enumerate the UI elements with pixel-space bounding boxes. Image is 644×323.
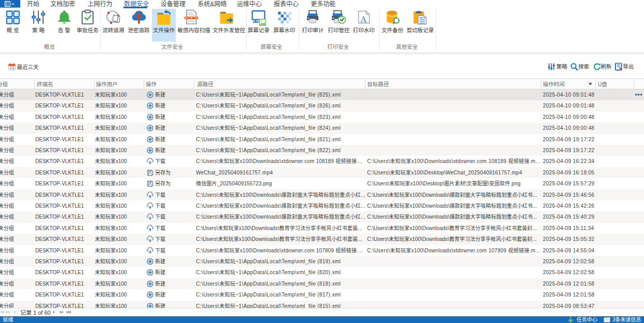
svg-text:A: A — [360, 15, 367, 24]
svg-text:23: 23 — [10, 65, 14, 70]
